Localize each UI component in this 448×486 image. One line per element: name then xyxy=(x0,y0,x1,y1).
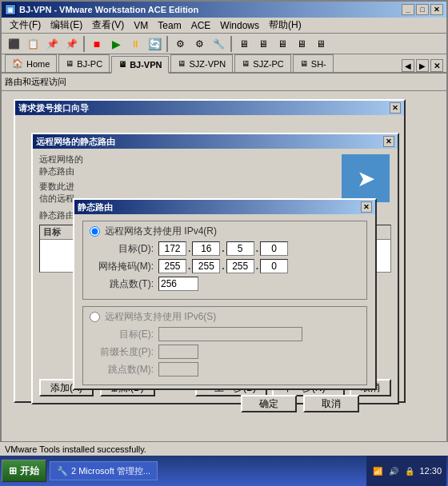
status-text: VMware Tools installed successfully. xyxy=(5,444,146,454)
request-title-bar: 请求拨号接口向导 ✕ xyxy=(15,101,404,115)
ipv6-dest-input xyxy=(158,327,302,341)
menu-help[interactable]: 帮助(H) xyxy=(264,17,306,34)
sub-toolbar-label: 路由和远程访问 xyxy=(5,76,66,88)
tab-home[interactable]: 🏠 Home xyxy=(5,54,57,72)
tray-icon-1: 📶 xyxy=(371,464,384,477)
start-button[interactable]: ⊞ 开始 xyxy=(2,460,46,482)
request-dialog: 请求拨号接口向导 ✕ 远程网络的静态路由 ✕ 远程网络的 xyxy=(14,99,406,403)
toolbar-btn-6[interactable]: ▶ xyxy=(107,35,125,53)
toolbar-btn-3[interactable]: 📌 xyxy=(43,35,61,53)
main-content: 请求拨号接口向导 ✕ 远程网络的静态路由 ✕ 远程网络的 xyxy=(2,91,446,454)
menu-bar: 文件(F) 编辑(E) 查看(V) VM Team ACE Windows 帮助… xyxy=(2,18,446,34)
taskbar-item-icon: 🔧 xyxy=(57,466,68,476)
tabs-bar: 🏠 Home 🖥 BJ-PC 🖥 BJ-VPN 🖥 SJZ-VPN 🖥 SJZ-… xyxy=(2,54,446,74)
ipv6-radio[interactable] xyxy=(90,312,100,322)
remote-icon-area: ➤ xyxy=(342,154,390,202)
minimize-button[interactable]: _ xyxy=(402,4,414,15)
menu-view[interactable]: 查看(V) xyxy=(87,17,129,34)
request-body: 远程网络的静态路由 ✕ 远程网络的 静态路由 要数此进 xyxy=(15,115,404,125)
main-window: ▣ BJ-VPN - VMware Workstation ACE Editio… xyxy=(0,0,448,456)
window-title: BJ-VPN - VMware Workstation ACE Edition xyxy=(19,5,402,14)
tab-bj-pc[interactable]: 🖥 BJ-PC xyxy=(58,54,110,72)
menu-file[interactable]: 文件(F) xyxy=(5,17,46,34)
ipv4-radio-label: 远程网络支持使用 IPv4(R) xyxy=(90,225,360,238)
ipv6-radio-label: 远程网络支持使用 IPv6(S) xyxy=(90,310,360,324)
toolbar-separator-2 xyxy=(166,36,168,52)
toolbar-btn-8[interactable]: 🔄 xyxy=(146,35,163,53)
request-close-button[interactable]: ✕ xyxy=(390,102,401,114)
netmask-ip-fields: . . . xyxy=(158,259,288,273)
dest-ip-part2[interactable] xyxy=(192,241,220,256)
toolbar-btn-7[interactable]: ⏸ xyxy=(126,35,144,53)
dialog-buttons: 确定 取消 xyxy=(82,392,367,416)
destination-ip-fields: . . . xyxy=(158,241,288,256)
dest-ip-part1[interactable] xyxy=(158,241,186,256)
toolbar-btn-5[interactable]: ■ xyxy=(88,35,106,53)
menu-ace[interactable]: ACE xyxy=(186,18,216,33)
ok-button[interactable]: 确定 xyxy=(241,395,297,412)
tab-sh[interactable]: 🖥 SH- xyxy=(293,54,334,72)
destination-row: 目标(D): . . . xyxy=(90,241,360,256)
prefix-label: 前缀长度(P): xyxy=(90,345,154,359)
tab-bj-pc-label: BJ-PC xyxy=(77,59,102,69)
bj-pc-icon: 🖥 xyxy=(66,59,74,68)
tab-sjz-vpn[interactable]: 🖥 SJZ-VPN xyxy=(170,54,233,72)
ipv6-metric-label: 跳点数(M): xyxy=(90,363,154,376)
dest-ip-part3[interactable] xyxy=(226,241,254,256)
start-label: 开始 xyxy=(20,464,39,478)
prefix-input xyxy=(158,345,198,359)
ipv4-radio[interactable] xyxy=(90,226,100,237)
toolbar-btn-10[interactable]: ⚙ xyxy=(190,35,208,53)
mask-ip-part1[interactable] xyxy=(158,259,186,273)
ipv6-dest-label: 目标(E): xyxy=(90,328,154,341)
static-title-bar: 静态路由 ✕ xyxy=(74,200,375,214)
toolbar-btn-13[interactable]: 🖥 xyxy=(254,35,272,53)
toolbar-btn-2[interactable]: 📋 xyxy=(24,35,42,53)
toolbar-btn-16[interactable]: 🖥 xyxy=(312,35,330,53)
app-icon: ▣ xyxy=(5,4,16,15)
mask-ip-part2[interactable] xyxy=(192,259,220,273)
toolbar-btn-1[interactable]: ⬛ xyxy=(5,35,22,53)
remote-close-button[interactable]: ✕ xyxy=(383,136,394,147)
metric-input[interactable] xyxy=(158,277,198,291)
taskbar: ⊞ 开始 🔧 2 Microsoft 管理控... 📶 🔊 🔒 12:30 xyxy=(0,456,448,486)
menu-vm[interactable]: VM xyxy=(129,18,153,33)
tab-next-button[interactable]: ▶ xyxy=(416,59,429,72)
toolbar-btn-4[interactable]: 📌 xyxy=(62,35,80,53)
tab-sjz-pc[interactable]: 🖥 SJZ-PC xyxy=(234,54,291,72)
remote-desc-label: 远程网络的 静态路由 xyxy=(39,153,391,177)
toolbar-btn-9[interactable]: ⚙ xyxy=(171,35,189,53)
tab-prev-button[interactable]: ◀ xyxy=(402,59,414,72)
menu-windows[interactable]: Windows xyxy=(215,18,264,33)
toolbar-btn-12[interactable]: 🖥 xyxy=(235,35,253,53)
tab-close-button[interactable]: ✕ xyxy=(430,59,443,72)
dest-ip-part4[interactable] xyxy=(260,241,288,256)
remote-title-bar: 远程网络的静态路由 ✕ xyxy=(33,134,398,149)
tab-nav: ◀ ▶ ✕ xyxy=(402,59,443,72)
menu-edit[interactable]: 编辑(E) xyxy=(46,17,87,34)
tab-bj-vpn[interactable]: 🖥 BJ-VPN xyxy=(111,56,169,74)
toolbar-btn-11[interactable]: 🔧 xyxy=(210,35,227,53)
tab-sh-label: SH- xyxy=(311,59,326,69)
static-body: 远程网络支持使用 IPv4(R) 目标(D): . . xyxy=(74,214,375,422)
ipv6-section: 远程网络支持使用 IPv6(S) 目标(E): 前缀长度(P): xyxy=(82,306,367,385)
static-close-button[interactable]: ✕ xyxy=(361,201,372,213)
taskbar-items: 🔧 2 Microsoft 管理控... xyxy=(50,461,363,480)
mask-ip-part4[interactable] xyxy=(260,259,288,273)
destination-label: 目标(D): xyxy=(90,242,154,256)
title-bar: ▣ BJ-VPN - VMware Workstation ACE Editio… xyxy=(2,2,446,18)
mdot2: . xyxy=(222,261,224,272)
maximize-button[interactable]: □ xyxy=(416,4,429,15)
netmask-row: 网络掩码(M): . . . xyxy=(90,259,360,273)
prefix-row: 前缀长度(P): xyxy=(90,345,360,359)
taskbar-item-1[interactable]: 🔧 2 Microsoft 管理控... xyxy=(50,461,158,480)
mask-ip-part3[interactable] xyxy=(226,259,254,273)
toolbar-btn-15[interactable]: 🖥 xyxy=(293,35,310,53)
system-clock: 12:30 xyxy=(419,466,442,476)
close-button[interactable]: ✕ xyxy=(430,4,443,15)
sjz-pc-icon: 🖥 xyxy=(242,59,250,68)
cancel-button[interactable]: 取消 xyxy=(303,395,359,412)
menu-team[interactable]: Team xyxy=(153,18,186,33)
toolbar-btn-14[interactable]: 🖥 xyxy=(274,35,291,53)
metric-row: 跳点数(T): xyxy=(90,277,360,291)
